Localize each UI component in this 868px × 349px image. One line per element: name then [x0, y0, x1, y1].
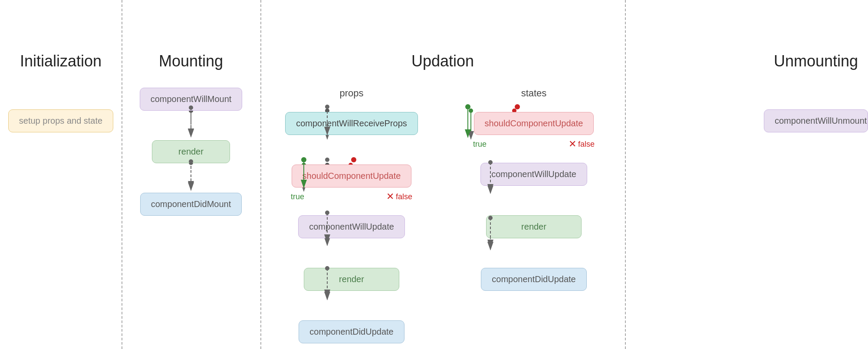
update-heading: Updation	[260, 52, 625, 70]
divider-update-unmount	[625, 0, 626, 349]
states-false-x-icon: ✕	[569, 138, 576, 150]
states-true-label: true	[473, 140, 487, 149]
props-subcolumn: props componentWillReceiveProps shouldCo…	[269, 88, 434, 343]
init-heading: Initialization	[0, 52, 122, 70]
component-will-mount-node: componentWillMount	[140, 88, 243, 111]
props-false-x-icon: ✕	[386, 191, 394, 202]
mounting-section: Mounting componentWillMount render compo…	[122, 0, 260, 216]
will-update-state-node: componentWillUpdate	[480, 163, 587, 186]
states-label: states	[521, 88, 547, 99]
should-update-props-node: shouldComponentUpdate	[292, 165, 412, 188]
will-receive-props-node: componentWillReceiveProps	[285, 112, 418, 135]
initialization-section: Initialization setup props and state	[0, 0, 122, 132]
component-will-unmount-node: componentWillUnmount	[764, 109, 868, 132]
props-false-label: false	[396, 192, 412, 201]
did-update-state-node: componentDidUpdate	[481, 268, 586, 291]
states-subcolumn: states shouldComponentUpdate true ✕ fals…	[451, 88, 616, 343]
props-true-label: true	[291, 192, 304, 201]
will-update-props-node: componentWillUpdate	[298, 215, 405, 238]
did-update-props-node: componentDidUpdate	[299, 320, 404, 343]
setup-props-state-node: setup props and state	[8, 109, 113, 132]
diagram-container: Initialization setup props and state Mou…	[0, 0, 868, 349]
render-props-node: render	[304, 268, 399, 291]
mount-render-node: render	[152, 140, 230, 163]
component-did-mount-node: componentDidMount	[140, 193, 242, 216]
states-false-label: false	[578, 140, 595, 149]
render-state-node: render	[486, 215, 582, 238]
unmounting-section: Unmounting componentWillUnmount	[764, 0, 868, 132]
props-label: props	[339, 88, 363, 99]
unmount-heading: Unmounting	[764, 52, 868, 70]
mount-heading: Mounting	[122, 52, 260, 70]
updation-section: Updation props componentWillReceiveProps…	[260, 0, 625, 343]
should-update-state-node: shouldComponentUpdate	[474, 112, 594, 135]
